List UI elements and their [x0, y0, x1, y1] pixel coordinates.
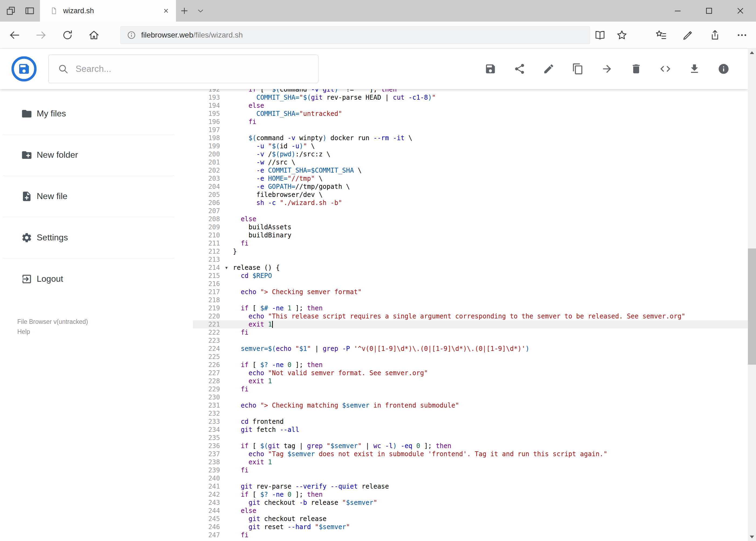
code-line-209[interactable]: 209 buildAssets [193, 223, 748, 231]
search-box[interactable] [48, 55, 319, 83]
address-bar[interactable]: filebrowser.web/files/wizard.sh [121, 26, 590, 44]
close-button[interactable] [725, 0, 756, 22]
sidebar-item-my-files[interactable]: My files [0, 93, 193, 134]
code-line-213[interactable]: 213 [193, 256, 748, 264]
code-line-197[interactable]: 197 [193, 126, 748, 134]
code-line-240[interactable]: 240 [193, 474, 748, 482]
info-button[interactable] [718, 63, 730, 75]
code-line-244[interactable]: 244 else [193, 507, 748, 515]
share-file-button[interactable] [514, 63, 526, 75]
code-line-205[interactable]: 205 filebrowser/dev \ [193, 191, 748, 199]
filebrowser-logo[interactable] [11, 56, 37, 82]
download-button[interactable] [688, 63, 700, 75]
code-line-239[interactable]: 239 fi [193, 466, 748, 474]
favorite-star-button[interactable] [616, 29, 628, 41]
sidebar-item-new-file[interactable]: New file [0, 176, 193, 217]
code-line-204[interactable]: 204 -e GOPATH=//tmp/gopath \ [193, 183, 748, 191]
scroll-down-button[interactable] [748, 533, 756, 541]
code-line-225[interactable]: 225 [193, 353, 748, 361]
code-line-201[interactable]: 201 -w //src \ [193, 158, 748, 166]
code-line-206[interactable]: 206 sh -c "./wizard.sh -b" [193, 199, 748, 207]
hub-button[interactable] [655, 29, 667, 41]
refresh-button[interactable] [62, 29, 74, 41]
code-line-217[interactable]: 217 echo "> Checking semver format" [193, 288, 748, 296]
code-line-210[interactable]: 210 buildBinary [193, 231, 748, 239]
delete-button[interactable] [630, 63, 642, 75]
maximize-button[interactable] [693, 0, 725, 22]
code-line-247[interactable]: 247 fi [193, 531, 748, 539]
move-button[interactable] [601, 63, 613, 75]
code-line-212[interactable]: 212} [193, 248, 748, 256]
code-editor[interactable]: 192 if [ "$(command -v git)" != "" ]; th… [193, 89, 748, 541]
scrollbar-thumb[interactable] [748, 249, 756, 365]
tab-wizard-sh[interactable]: wizard.sh [40, 0, 176, 22]
code-line-237[interactable]: 237 echo "Tag $semver does not exist in … [193, 450, 748, 458]
share-button[interactable] [709, 29, 721, 41]
code-line-228[interactable]: 228 exit 1 [193, 377, 748, 385]
code-line-245[interactable]: 245 git checkout release [193, 515, 748, 523]
code-line-236[interactable]: 236 if [ $(git tag | grep "$semver" | wc… [193, 442, 748, 450]
code-line-218[interactable]: 218 [193, 296, 748, 304]
site-info-icon[interactable] [126, 30, 136, 40]
code-line-202[interactable]: 202 -e COMMIT_SHA=$COMMIT_SHA \ [193, 166, 748, 175]
code-line-241[interactable]: 241 git rev-parse --verify --quiet relea… [193, 482, 748, 490]
page-scrollbar[interactable] [748, 49, 756, 541]
code-line-238[interactable]: 238 exit 1 [193, 458, 748, 466]
code-line-230[interactable]: 230 [193, 393, 748, 401]
code-line-199[interactable]: 199 -u "$(id -u)" \ [193, 142, 748, 150]
code-line-208[interactable]: 208 else [193, 215, 748, 223]
code-line-214[interactable]: 214▾release () { [193, 264, 748, 272]
save-button[interactable] [484, 63, 496, 75]
code-view-button[interactable] [659, 63, 671, 75]
code-line-227[interactable]: 227 echo "Not valid semver format. See s… [193, 369, 748, 377]
sidebar-item-new-folder[interactable]: New folder [0, 134, 193, 176]
code-line-246[interactable]: 246 git reset --hard "$semver" [193, 523, 748, 531]
more-button[interactable] [736, 29, 748, 41]
new-tab-button[interactable] [176, 0, 193, 22]
sidebar-item-logout[interactable]: Logout [0, 258, 193, 299]
code-line-207[interactable]: 207 [193, 207, 748, 215]
code-line-243[interactable]: 243 git checkout -b release "$semver" [193, 499, 748, 507]
code-line-193[interactable]: 193 COMMIT_SHA="$(git rev-parse HEAD | c… [193, 94, 748, 102]
code-line-200[interactable]: 200 -v /$(pwd):/src:z \ [193, 150, 748, 158]
tab-preview-toggle[interactable] [193, 0, 208, 22]
code-line-224[interactable]: 224 semver=$(echo "$1" | grep -P '^v(0|[… [193, 345, 748, 353]
scroll-up-button[interactable] [748, 49, 756, 57]
ink-notes-button[interactable] [682, 29, 694, 41]
tab-close-icon[interactable] [162, 7, 169, 14]
code-line-220[interactable]: 220 echo "This release script requires a… [193, 312, 748, 320]
code-line-233[interactable]: 233 cd frontend [193, 417, 748, 426]
code-line-194[interactable]: 194 else [193, 102, 748, 110]
code-line-195[interactable]: 195 COMMIT_SHA="untracked" [193, 110, 748, 118]
code-line-234[interactable]: 234 git fetch --all [193, 426, 748, 434]
code-line-223[interactable]: 223 [193, 336, 748, 345]
code-line-192[interactable]: 192 if [ "$(command -v git)" != "" ]; th… [193, 89, 748, 94]
home-button[interactable] [88, 29, 100, 41]
code-line-216[interactable]: 216 [193, 280, 748, 288]
code-line-232[interactable]: 232 [193, 409, 748, 417]
code-line-222[interactable]: 222 fi [193, 328, 748, 336]
tabs-aside-list-button[interactable] [24, 5, 35, 16]
code-line-219[interactable]: 219 if [ $# -ne 1 ]; then [193, 304, 748, 312]
back-button[interactable] [9, 29, 21, 41]
code-line-229[interactable]: 229 fi [193, 385, 748, 393]
code-line-196[interactable]: 196 fi [193, 118, 748, 126]
code-line-242[interactable]: 242 if [ $? -ne 0 ]; then [193, 490, 748, 499]
code-line-221[interactable]: 221 exit 1 [193, 320, 748, 328]
help-link[interactable]: Help [17, 327, 193, 337]
rename-button[interactable] [543, 63, 555, 75]
code-line-235[interactable]: 235 [193, 434, 748, 442]
forward-button[interactable] [35, 29, 47, 41]
code-line-198[interactable]: 198 $(command -v winpty) docker run --rm… [193, 134, 748, 142]
code-line-203[interactable]: 203 -e HOME="//tmp" \ [193, 175, 748, 183]
search-input[interactable] [76, 64, 310, 74]
code-line-215[interactable]: 215 cd $REPO [193, 272, 748, 280]
code-line-211[interactable]: 211 fi [193, 239, 748, 248]
minimize-button[interactable] [662, 0, 693, 22]
code-line-231[interactable]: 231 echo "> Checking matching $semver in… [193, 401, 748, 409]
reading-view-button[interactable] [594, 29, 606, 41]
copy-button[interactable] [572, 63, 584, 75]
code-line-226[interactable]: 226 if [ $? -ne 0 ]; then [193, 361, 748, 369]
sidebar-item-settings[interactable]: Settings [0, 217, 193, 258]
fold-toggle-icon[interactable]: ▾ [220, 264, 233, 272]
